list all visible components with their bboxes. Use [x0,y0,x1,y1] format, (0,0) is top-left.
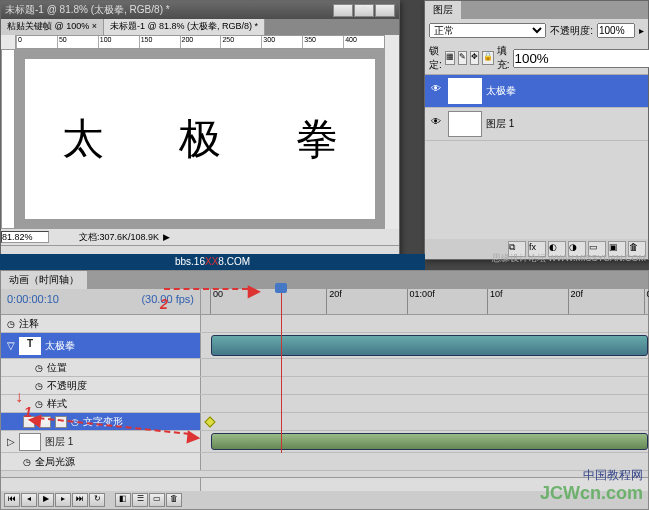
duplicate-frame-button[interactable]: ▭ [149,493,165,507]
layer-clip[interactable] [211,335,648,356]
blend-row: 正常 不透明度: ▸ [425,19,648,42]
layer-row[interactable]: 👁 T 太极拳 [425,75,648,108]
timeline-tabs: 动画（时间轴） [1,271,648,289]
canvas-area[interactable]: 太 极 拳 [15,49,385,229]
close-button[interactable]: × [375,4,395,17]
doc-tab-1[interactable]: 粘贴关键帧 @ 100% × [1,19,104,35]
time-ruler[interactable]: 00 20f 01:00f 10f 20f 02:0 [201,289,648,314]
ruler-tick: 400 [343,36,384,48]
visibility-icon[interactable]: 👁 [428,116,444,132]
track-comment: ◷注释 [1,315,648,333]
opacity-label: 不透明度: [550,24,593,38]
track-layer1[interactable]: ▷ 图层 1 [1,431,648,453]
canvas-char: 拳 [296,111,338,167]
layers-list: 👁 T 太极拳 👁 图层 1 [425,74,648,141]
stopwatch-icon[interactable]: ◷ [35,381,43,391]
timecode[interactable]: 0:00:00:10 [7,293,59,310]
layer-name[interactable]: 图层 1 [486,117,514,131]
tween-button[interactable]: ☰ [132,493,148,507]
timecode-area: 0:00:00:10 (30.00 fps) [1,289,201,314]
minimize-button[interactable]: – [333,4,353,17]
ruler-tick: 100 [98,36,139,48]
delete-frame-button[interactable]: 🗑 [166,493,182,507]
fill-input[interactable] [513,49,649,68]
play-button[interactable]: ▶ [38,493,54,507]
prev-frame-button[interactable]: ◂ [21,493,37,507]
ruler-tick: 300 [261,36,302,48]
ruler-tick: 0 [16,36,57,48]
doc-title: 未标题-1 @ 81.8% (太极拳, RGB/8) * [5,3,170,17]
visibility-icon[interactable]: 👁 [428,83,444,99]
zoom-input[interactable] [1,231,49,243]
arrow-icon[interactable]: ▸ [639,25,644,36]
layer-thumb [19,433,41,451]
fill-label: 填充: [497,44,510,72]
track-position: ◷位置 [1,359,648,377]
disclosure-triangle[interactable]: ▽ [7,340,15,351]
keyframe-diamond[interactable] [204,416,215,427]
layer-clip[interactable] [211,433,648,450]
layer-name[interactable]: 太极拳 [486,84,516,98]
annotation-number-2: 2 [160,296,168,312]
annotation-arrow-1: ↓ [15,388,23,406]
timeline-header: 0:00:00:10 (30.00 fps) 00 20f 01:00f 10f… [1,289,648,315]
ruler-tick: 200 [180,36,221,48]
tab-animation[interactable]: 动画（时间轴） [1,271,87,289]
canvas-char: 极 [179,111,221,167]
playhead[interactable] [281,285,282,453]
document-window: 未标题-1 @ 81.8% (太极拳, RGB/8) * – □ × 粘贴关键帧… [0,0,400,260]
doc-info: 文档:307.6K/108.9K [79,231,159,244]
ruler-tick: 50 [57,36,98,48]
layer-thumb[interactable] [448,111,482,137]
window-controls: – □ × [333,4,395,17]
canvas-char: 太 [62,111,104,167]
lock-pixels-icon[interactable]: ✎ [458,51,467,65]
forum-watermark: bbs.16XX8.COM [0,254,425,270]
watermark-jcw: JCWcn.com [540,483,643,504]
arrow-icon[interactable]: ▶ [163,232,170,242]
opacity-input[interactable] [597,23,635,38]
watermark-right: 思缘设计论坛 WWW.MISSYUAN.COM [492,252,647,265]
layer-row[interactable]: 👁 图层 1 [425,108,648,141]
onion-skin-button[interactable]: ◧ [115,493,131,507]
ruler-tick: 350 [302,36,343,48]
lock-all-icon[interactable]: 🔒 [482,51,494,65]
last-frame-button[interactable]: ⏭ [72,493,88,507]
loop-button[interactable]: ↻ [89,493,105,507]
lock-transparent-icon[interactable]: ▦ [445,51,455,65]
maximize-button[interactable]: □ [354,4,374,17]
ruler-tick: 02:0 [644,289,649,314]
status-bar: 文档:307.6K/108.9K ▶ [1,229,399,245]
lock-row: 锁定: ▦ ✎ ✥ 🔒 填充: ▸ [425,42,648,74]
track-layer-main[interactable]: ▽ T 太极拳 [1,333,648,359]
tab-layers[interactable]: 图层 [425,1,461,19]
timeline-panel: 动画（时间轴） 0:00:00:10 (30.00 fps) 00 20f 01… [0,270,649,510]
annotation-arrow-2 [164,288,248,290]
ruler-tick: 01:00f [407,289,435,314]
document-tabs: 粘贴关键帧 @ 100% × 未标题-1 @ 81.8% (太极拳, RGB/8… [1,19,399,35]
layer-thumb: T [19,337,41,355]
doc-tab-2[interactable]: 未标题-1 @ 81.8% (太极拳, RGB/8) * [104,19,265,35]
stopwatch-icon[interactable]: ◷ [23,457,31,467]
ruler-horizontal[interactable]: 0 50 100 150 200 250 300 350 400 [15,35,385,49]
track-style: ◷样式 [1,395,648,413]
ruler-tick: 250 [220,36,261,48]
layer-thumb[interactable]: T [448,78,482,104]
stopwatch-icon[interactable]: ◷ [35,399,43,409]
ruler-tick: 10f [487,289,503,314]
next-frame-button[interactable]: ▸ [55,493,71,507]
doc-titlebar[interactable]: 未标题-1 @ 81.8% (太极拳, RGB/8) * – □ × [1,1,399,19]
track-text-warp[interactable]: ◂ ◇ ▸ ◷ 文字变形 [1,413,648,431]
canvas[interactable]: 太 极 拳 [25,59,375,219]
ruler-tick: 150 [139,36,180,48]
stopwatch-icon[interactable]: ◷ [7,319,15,329]
blend-mode-select[interactable]: 正常 [429,23,546,38]
stopwatch-icon[interactable]: ◷ [35,363,43,373]
ruler-tick: 00 [210,289,223,314]
ruler-tick: 20f [326,289,342,314]
lock-position-icon[interactable]: ✥ [470,51,479,65]
disclosure-triangle[interactable]: ▷ [7,436,15,447]
ruler-vertical[interactable] [1,49,15,229]
first-frame-button[interactable]: ⏮ [4,493,20,507]
watermark-cn: 中国教程网 [583,467,643,484]
